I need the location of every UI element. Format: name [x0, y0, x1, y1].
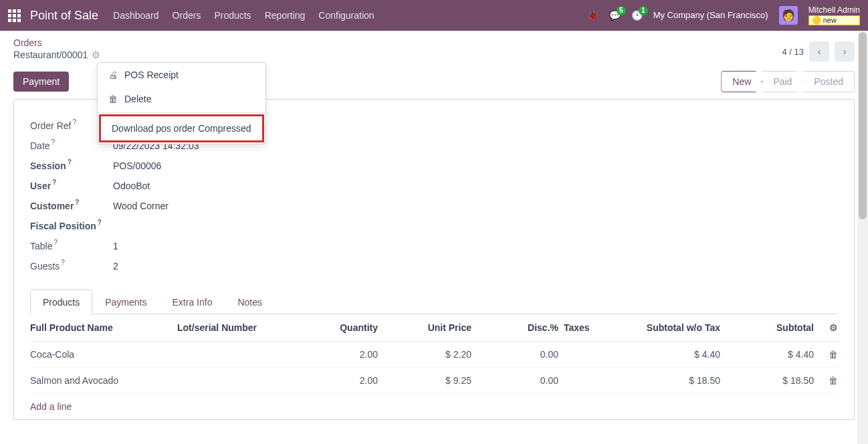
tab-products[interactable]: Products: [30, 290, 92, 314]
cell-price: $ 2.20: [378, 349, 471, 360]
delete-row-icon[interactable]: 🗑: [814, 349, 838, 360]
help-icon[interactable]: ?: [61, 259, 65, 266]
status-stepper: New Paid Posted: [722, 71, 855, 92]
scrollbar[interactable]: [857, 31, 868, 420]
cell-subwo: $ 4.40: [605, 349, 720, 360]
messages-badge: 5: [617, 6, 626, 15]
menu-download-compressed[interactable]: Download pos order Compressed: [101, 116, 262, 140]
help-icon[interactable]: ?: [51, 138, 56, 146]
cell-sub: $ 4.40: [720, 349, 814, 360]
order-lines-table: Full Product Name Lot/serial Number Quan…: [30, 314, 838, 394]
value-table: 1: [113, 241, 118, 251]
top-navbar: Point of Sale Dashboard Orders Products …: [0, 0, 868, 31]
th-subwo: Subtotal w/o Tax: [605, 322, 720, 333]
apps-icon[interactable]: [8, 9, 21, 22]
table-header: Full Product Name Lot/serial Number Quan…: [30, 314, 838, 342]
label-session: Session?: [30, 160, 113, 171]
print-icon: 🖨: [108, 70, 118, 80]
th-lot: Lot/serial Number: [177, 322, 291, 333]
form-sheet: Order Ref? Date?09/22/2023 14:32:03 Sess…: [13, 99, 855, 420]
help-icon[interactable]: ?: [53, 239, 58, 246]
settings-dropdown: 🖨POS Receipt 🗑Delete Download pos order …: [97, 62, 266, 144]
nav-products[interactable]: Products: [214, 10, 251, 21]
status-paid[interactable]: Paid: [762, 71, 803, 92]
help-icon[interactable]: ?: [68, 158, 72, 166]
label-user: User?: [30, 181, 113, 191]
notebook-tabs: Products Payments Extra Info Notes: [30, 290, 838, 314]
user-menu[interactable]: Mitchell Admin 🟡 new: [808, 5, 860, 25]
tab-payments[interactable]: Payments: [92, 290, 159, 314]
cell-price: $ 9.25: [378, 375, 471, 386]
label-customer: Customer?: [30, 201, 113, 211]
status-posted[interactable]: Posted: [802, 71, 855, 92]
help-icon[interactable]: ?: [52, 179, 56, 186]
help-icon[interactable]: ?: [72, 118, 76, 126]
tab-extra-info[interactable]: Extra Info: [160, 290, 225, 314]
payment-button[interactable]: Payment: [13, 72, 69, 92]
trash-icon: 🗑: [108, 94, 118, 104]
tab-notes[interactable]: Notes: [225, 290, 275, 314]
menu-delete[interactable]: 🗑Delete: [98, 87, 265, 111]
cell-qty: 2.00: [291, 375, 378, 386]
gear-icon[interactable]: ⚙: [92, 49, 100, 60]
th-price: Unit Price: [378, 322, 471, 333]
user-status-badge: 🟡 new: [808, 15, 860, 25]
label-guests: Guests?: [30, 261, 113, 271]
label-fiscal: Fiscal Position?: [30, 221, 113, 231]
th-sub: Subtotal: [720, 322, 814, 333]
user-name: Mitchell Admin: [808, 5, 860, 15]
menu-pos-receipt[interactable]: 🖨POS Receipt: [98, 63, 265, 87]
cell-sub: $ 18.50: [720, 375, 814, 386]
scrollbar-thumb[interactable]: [859, 32, 867, 219]
delete-row-icon[interactable]: 🗑: [814, 375, 838, 386]
th-qty: Quantity: [291, 322, 378, 333]
th-options-icon[interactable]: ⚙: [814, 322, 838, 333]
th-tax: Taxes: [558, 322, 605, 333]
nav-configuration[interactable]: Configuration: [318, 10, 374, 21]
th-name: Full Product Name: [30, 322, 177, 333]
activity-badge: 1: [639, 6, 648, 15]
messages-icon[interactable]: 💬5: [609, 10, 621, 21]
cell-disc: 0.00: [471, 349, 558, 360]
breadcrumb-bar: Orders Restaurant/00001 ⚙ 4 / 13 ‹ ›: [0, 31, 868, 62]
pager-prev-button[interactable]: ‹: [809, 41, 829, 62]
status-new[interactable]: New: [721, 71, 762, 92]
breadcrumb-parent[interactable]: Orders: [13, 37, 42, 48]
help-icon[interactable]: ?: [75, 199, 79, 206]
table-row[interactable]: Salmon and Avocado 2.00 $ 9.25 0.00 $ 18…: [30, 368, 838, 394]
cell-name: Salmon and Avocado: [30, 375, 177, 386]
cell-qty: 2.00: [291, 349, 378, 360]
pager-next-button[interactable]: ›: [835, 41, 855, 62]
top-menu: Dashboard Orders Products Reporting Conf…: [113, 10, 374, 21]
cell-name: Coca-Cola: [30, 349, 177, 360]
company-selector[interactable]: My Company (San Francisco): [653, 10, 768, 20]
value-session[interactable]: POS/00006: [113, 160, 161, 171]
app-brand[interactable]: Point of Sale: [30, 9, 98, 23]
label-table: Table?: [30, 241, 113, 251]
value-user[interactable]: OdooBot: [113, 181, 150, 191]
cell-subwo: $ 18.50: [605, 375, 720, 386]
pager: 4 / 13 ‹ ›: [782, 41, 855, 62]
bug-icon[interactable]: 🐞: [587, 10, 599, 21]
th-disc: Disc.%: [471, 322, 558, 333]
nav-dashboard[interactable]: Dashboard: [113, 10, 159, 21]
add-line-button[interactable]: Add a line: [30, 394, 838, 419]
avatar[interactable]: 🧑: [779, 6, 798, 25]
menu-separator: [98, 112, 265, 113]
help-icon[interactable]: ?: [98, 219, 102, 226]
value-customer[interactable]: Wood Corner: [113, 201, 169, 211]
cell-disc: 0.00: [471, 375, 558, 386]
value-guests: 2: [113, 261, 118, 271]
activity-icon[interactable]: 🕐1: [631, 10, 643, 21]
pager-text: 4 / 13: [782, 47, 804, 57]
breadcrumb-current: Restaurant/00001: [13, 49, 88, 60]
nav-orders[interactable]: Orders: [173, 10, 201, 21]
nav-reporting[interactable]: Reporting: [265, 10, 306, 21]
table-row[interactable]: Coca-Cola 2.00 $ 2.20 0.00 $ 4.40 $ 4.40…: [30, 342, 838, 368]
